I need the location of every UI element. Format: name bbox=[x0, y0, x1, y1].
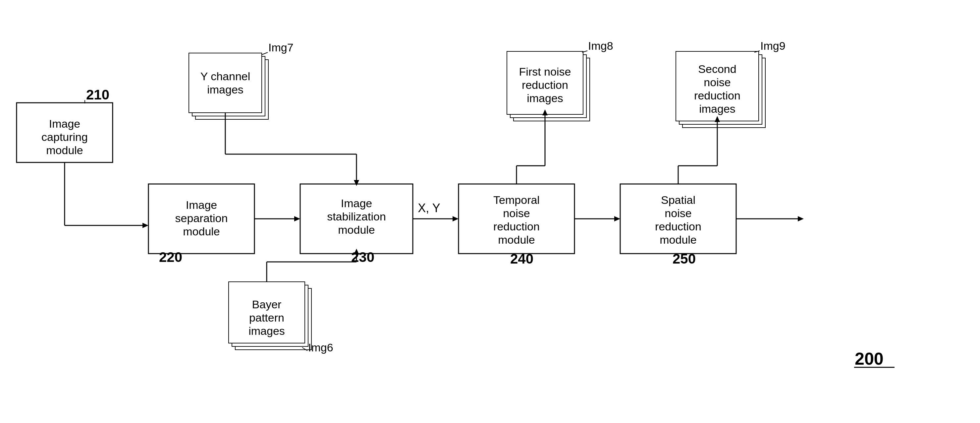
svg-text:noise: noise bbox=[503, 207, 530, 219]
svg-text:210: 210 bbox=[86, 87, 109, 102]
svg-text:images: images bbox=[207, 83, 243, 96]
svg-text:X, Y: X, Y bbox=[418, 201, 440, 215]
svg-text:220: 220 bbox=[159, 249, 182, 265]
svg-text:Img7: Img7 bbox=[268, 41, 294, 54]
svg-text:First noise: First noise bbox=[519, 65, 571, 78]
svg-text:Image: Image bbox=[341, 197, 372, 209]
svg-text:240: 240 bbox=[510, 251, 533, 267]
svg-text:230: 230 bbox=[351, 249, 374, 265]
svg-text:Y channel: Y channel bbox=[200, 70, 250, 83]
svg-text:stabilization: stabilization bbox=[327, 210, 386, 223]
svg-marker-39 bbox=[798, 216, 804, 222]
svg-line-46 bbox=[262, 53, 268, 55]
svg-marker-15 bbox=[294, 216, 300, 222]
svg-text:module: module bbox=[660, 233, 697, 246]
diagram-container: Image capturing module 210 Image separat… bbox=[0, 0, 980, 423]
svg-marker-31 bbox=[614, 216, 620, 222]
svg-text:Image: Image bbox=[49, 117, 81, 130]
svg-text:module: module bbox=[498, 233, 535, 246]
svg-rect-42 bbox=[189, 53, 262, 113]
svg-text:reduction: reduction bbox=[493, 220, 540, 233]
svg-text:reduction: reduction bbox=[522, 78, 568, 91]
svg-text:250: 250 bbox=[673, 251, 696, 267]
svg-text:Img8: Img8 bbox=[588, 40, 613, 52]
svg-text:Temporal: Temporal bbox=[493, 193, 540, 206]
svg-text:pattern: pattern bbox=[249, 311, 284, 324]
svg-text:Img6: Img6 bbox=[308, 341, 333, 354]
svg-text:Image: Image bbox=[186, 199, 217, 211]
svg-text:images: images bbox=[248, 324, 285, 337]
svg-marker-8 bbox=[142, 223, 148, 228]
svg-text:module: module bbox=[338, 223, 375, 236]
svg-text:Img9: Img9 bbox=[760, 40, 786, 52]
svg-text:images: images bbox=[527, 92, 563, 104]
svg-text:separation: separation bbox=[175, 212, 228, 224]
svg-text:module: module bbox=[183, 225, 220, 238]
svg-text:noise: noise bbox=[704, 76, 730, 88]
svg-marker-22 bbox=[453, 216, 458, 222]
svg-text:module: module bbox=[46, 144, 83, 156]
svg-text:Spatial: Spatial bbox=[661, 193, 695, 206]
diagram-svg: Image capturing module 210 Image separat… bbox=[0, 0, 980, 423]
svg-text:Second: Second bbox=[698, 63, 736, 75]
svg-text:200: 200 bbox=[855, 349, 884, 368]
svg-text:Bayer: Bayer bbox=[252, 298, 282, 311]
svg-text:capturing: capturing bbox=[41, 131, 88, 143]
svg-text:images: images bbox=[699, 102, 735, 115]
svg-text:noise: noise bbox=[665, 207, 691, 219]
svg-text:reduction: reduction bbox=[655, 220, 702, 233]
svg-text:reduction: reduction bbox=[694, 89, 740, 102]
